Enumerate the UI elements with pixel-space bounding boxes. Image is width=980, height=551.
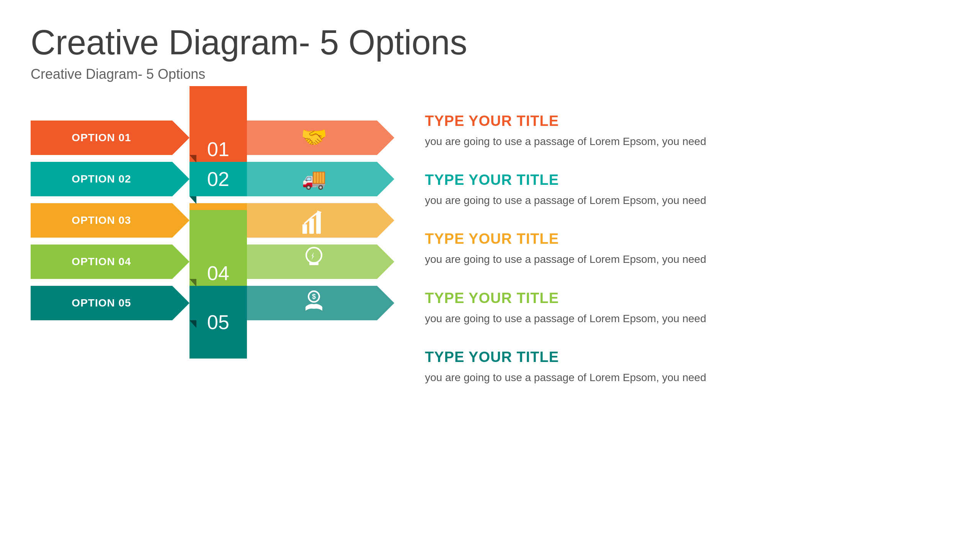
diagram-area: OPTION 01 🤝 01 (31, 105, 394, 381)
svg-text:🚚: 🚚 (302, 167, 327, 191)
info-title-4: TYPE YOUR TITLE (425, 290, 949, 306)
num-label-1: 01 (207, 138, 229, 161)
svg-rect-12 (309, 218, 314, 234)
info-desc-1: you are going to use a passage of Lorem … (425, 134, 949, 149)
svg-text:$: $ (312, 293, 316, 300)
fold-1 (189, 155, 196, 163)
svg-rect-19 (309, 262, 318, 265)
num-block-5: 05 (189, 286, 247, 359)
num-block-4: 04 (189, 210, 247, 290)
info-desc-5: you are going to use a passage of Lorem … (425, 370, 949, 385)
diagram-row-5: OPTION 05 $ 05 (31, 286, 394, 320)
svg-marker-23 (247, 286, 394, 320)
info-title-2: TYPE YOUR TITLE (425, 172, 949, 188)
svg-text:OPTION 04: OPTION 04 (72, 256, 131, 267)
info-item-3: TYPE YOUR TITLE you are going to use a p… (425, 231, 949, 267)
right-arrow-5: $ (247, 286, 394, 320)
info-item-2: TYPE YOUR TITLE you are going to use a p… (425, 172, 949, 208)
svg-text:🤝: 🤝 (301, 125, 327, 150)
info-area: TYPE YOUR TITLE you are going to use a p… (425, 105, 949, 385)
info-item-5: TYPE YOUR TITLE you are going to use a p… (425, 349, 949, 385)
fold-2 (189, 196, 196, 204)
info-desc-4: you are going to use a passage of Lorem … (425, 311, 949, 326)
info-title-5: TYPE YOUR TITLE (425, 349, 949, 365)
svg-text:OPTION 01: OPTION 01 (72, 132, 131, 143)
right-arrow-1: 🤝 (247, 121, 394, 155)
right-arrow-4 (247, 245, 394, 279)
num-label-5: 05 (207, 311, 229, 334)
svg-rect-13 (316, 213, 321, 234)
diagram-row-1: OPTION 01 🤝 01 (31, 121, 394, 155)
num-label-4: 04 (207, 262, 229, 285)
info-item-1: TYPE YOUR TITLE you are going to use a p… (425, 113, 949, 149)
info-desc-3: you are going to use a passage of Lorem … (425, 252, 949, 267)
left-arrow-2: OPTION 02 (31, 162, 189, 196)
left-arrow-5: OPTION 05 (31, 286, 189, 320)
main-title: Creative Diagram- 5 Options (31, 23, 949, 62)
left-arrow-4: OPTION 04 (31, 245, 189, 279)
num-label-2: 02 (207, 168, 229, 191)
svg-marker-17 (247, 245, 394, 279)
subtitle: Creative Diagram- 5 Options (31, 66, 949, 82)
num-block-2: 02 (189, 162, 247, 196)
info-desc-2: you are going to use a passage of Lorem … (425, 193, 949, 208)
svg-text:OPTION 05: OPTION 05 (72, 297, 131, 309)
fold-5 (189, 320, 196, 328)
left-arrow-3: OPTION 03 (31, 203, 189, 238)
info-item-4: TYPE YOUR TITLE you are going to use a p… (425, 290, 949, 326)
left-arrow-1: OPTION 01 (31, 121, 189, 155)
diagram-row-4: OPTION 04 04 (31, 245, 394, 279)
svg-rect-11 (302, 224, 307, 234)
info-title-3: TYPE YOUR TITLE (425, 231, 949, 247)
page: Creative Diagram- 5 Options Creative Dia… (0, 0, 980, 551)
content-area: OPTION 01 🤝 01 (31, 105, 949, 385)
right-arrow-2: 🚚 (247, 162, 394, 196)
fold-4 (189, 279, 196, 287)
diagram-row-2: OPTION 02 🚚 02 (31, 162, 394, 196)
svg-text:OPTION 03: OPTION 03 (72, 214, 131, 226)
num-block-1: 01 (189, 86, 247, 166)
right-arrow-3 (247, 203, 394, 238)
info-title-1: TYPE YOUR TITLE (425, 113, 949, 129)
svg-text:OPTION 02: OPTION 02 (72, 173, 131, 185)
